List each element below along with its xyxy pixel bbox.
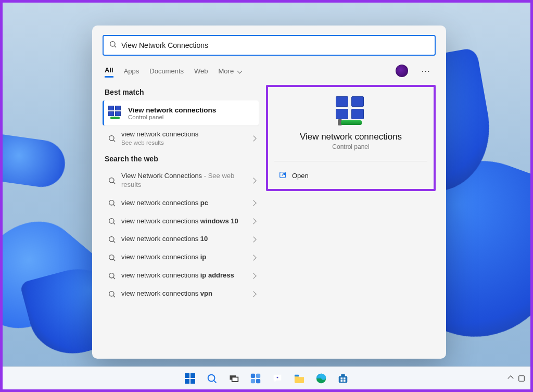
- open-external-icon: [278, 171, 287, 181]
- open-action[interactable]: Open: [276, 167, 425, 185]
- tray-overflow-icon[interactable]: [507, 375, 513, 381]
- svg-line-11: [113, 241, 115, 243]
- svg-rect-29: [251, 378, 255, 383]
- chevron-right-icon: [250, 236, 256, 242]
- svg-rect-36: [340, 377, 342, 380]
- preview-title: View network connections: [276, 132, 425, 142]
- tab-more[interactable]: More: [219, 65, 242, 77]
- search-icon: [108, 176, 116, 185]
- suggestion-row[interactable]: view network connections ip address: [103, 267, 259, 285]
- chevron-right-icon: [250, 135, 256, 141]
- svg-rect-20: [191, 373, 195, 378]
- tab-apps[interactable]: Apps: [124, 65, 139, 77]
- tab-web[interactable]: Web: [194, 65, 208, 77]
- microsoft-store-button[interactable]: [335, 371, 351, 386]
- svg-line-17: [113, 296, 115, 297]
- search-icon: [108, 290, 116, 298]
- svg-rect-34: [339, 376, 348, 383]
- chevron-right-icon: [250, 218, 256, 224]
- edge-button[interactable]: [313, 371, 329, 386]
- suggestion-row[interactable]: view network connections windows 10: [103, 212, 259, 231]
- svg-point-0: [110, 42, 115, 46]
- open-label: Open: [292, 172, 309, 180]
- search-icon: [108, 199, 116, 207]
- chevron-right-icon: [250, 178, 256, 183]
- search-input[interactable]: [121, 41, 429, 49]
- tray-icon[interactable]: [518, 375, 525, 382]
- result-preview-card: View network connections Control panel O…: [266, 85, 436, 191]
- web-result-row[interactable]: view network connectionsSee web results: [103, 125, 259, 151]
- search-icon: [108, 235, 116, 244]
- svg-point-31: [277, 376, 278, 378]
- search-icon: [109, 40, 117, 50]
- network-connections-icon: [335, 96, 367, 125]
- suggestion-row[interactable]: View Network Connections - See web resul…: [103, 167, 259, 194]
- widgets-button[interactable]: [248, 371, 263, 386]
- svg-line-13: [113, 259, 115, 261]
- svg-rect-32: [295, 374, 299, 376]
- svg-rect-30: [256, 378, 260, 383]
- start-button[interactable]: [182, 371, 198, 386]
- svg-point-23: [208, 374, 215, 381]
- chevron-right-icon: [250, 200, 256, 206]
- tab-documents[interactable]: Documents: [149, 65, 184, 77]
- suggestion-row[interactable]: view network connections pc: [103, 194, 259, 212]
- chevron-right-icon: [250, 291, 256, 297]
- svg-point-12: [109, 255, 114, 259]
- svg-point-8: [109, 219, 114, 223]
- chevron-down-icon: [237, 68, 243, 73]
- svg-point-14: [109, 273, 114, 277]
- web-suggestions-list: View Network Connections - See web resul…: [103, 167, 259, 303]
- tab-all[interactable]: All: [105, 64, 113, 78]
- svg-rect-26: [232, 377, 238, 381]
- svg-line-1: [115, 46, 116, 47]
- preview-subtitle: Control panel: [276, 143, 425, 150]
- svg-rect-37: [344, 377, 346, 380]
- svg-line-15: [113, 277, 115, 279]
- svg-rect-28: [256, 373, 260, 377]
- best-match-title: View network connections: [128, 106, 216, 114]
- svg-line-5: [113, 182, 115, 184]
- search-icon: [108, 254, 116, 262]
- svg-line-3: [113, 140, 115, 142]
- file-explorer-button[interactable]: [291, 371, 307, 386]
- search-icon: [108, 272, 116, 280]
- svg-rect-27: [251, 373, 255, 377]
- user-avatar[interactable]: [396, 65, 408, 77]
- svg-rect-35: [341, 374, 345, 376]
- svg-rect-22: [191, 379, 195, 384]
- search-bar[interactable]: [103, 35, 436, 56]
- chat-button[interactable]: [270, 371, 285, 386]
- system-tray[interactable]: [509, 375, 525, 382]
- task-view-button[interactable]: [226, 371, 242, 386]
- svg-point-6: [109, 200, 114, 205]
- taskbar: [3, 366, 530, 389]
- svg-rect-39: [344, 380, 346, 382]
- svg-line-9: [113, 223, 115, 224]
- svg-point-2: [109, 136, 114, 141]
- search-icon: [108, 217, 116, 225]
- best-match-result[interactable]: View network connections Control panel: [103, 100, 259, 125]
- suggestion-row[interactable]: view network connections ip: [103, 248, 259, 267]
- chevron-right-icon: [250, 273, 256, 279]
- svg-rect-21: [185, 379, 189, 384]
- svg-rect-38: [340, 380, 342, 382]
- svg-point-10: [109, 236, 114, 241]
- taskbar-search-button[interactable]: [204, 371, 220, 386]
- panel-options-button[interactable]: ···: [418, 65, 434, 77]
- search-web-label: Search the web: [105, 155, 259, 163]
- suggestion-row[interactable]: view network connections vpn: [103, 285, 259, 303]
- best-match-label: Best match: [105, 88, 259, 96]
- start-search-panel: All Apps Documents Web More ··· Best mat…: [92, 26, 446, 359]
- filter-tabs: All Apps Documents Web More: [105, 64, 242, 78]
- divider: [274, 161, 427, 161]
- svg-point-4: [109, 178, 114, 182]
- search-icon: [108, 134, 116, 143]
- chevron-right-icon: [250, 255, 256, 260]
- svg-line-7: [113, 205, 115, 206]
- network-connections-icon: [108, 106, 123, 120]
- best-match-subtitle: Control panel: [128, 114, 216, 120]
- svg-rect-40: [519, 375, 525, 381]
- suggestion-row[interactable]: view network connections 10: [103, 230, 259, 248]
- svg-rect-19: [185, 373, 189, 378]
